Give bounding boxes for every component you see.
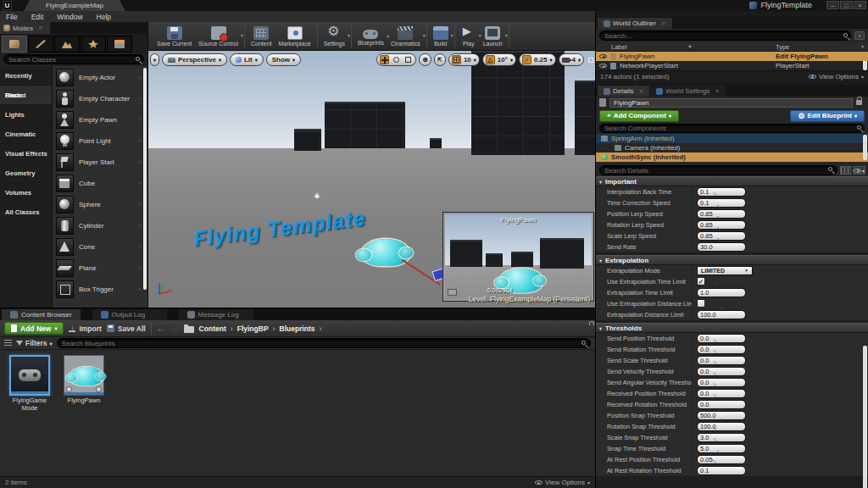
component-camera-inherited[interactable]: Camera (Inherited) (596, 143, 868, 152)
section-header-extrapolation[interactable]: ▾Extrapolation (596, 255, 868, 265)
scale-snap-control[interactable]: ∕ 0.25▾ (519, 53, 556, 66)
preview-minimize-button[interactable] (448, 289, 457, 296)
outliner-search-input[interactable] (599, 30, 851, 41)
actor-name-field[interactable]: FlyingPawn (609, 98, 853, 108)
search-assets-input[interactable] (57, 338, 591, 348)
import-button[interactable]: ↓ Import (69, 324, 101, 333)
grid-snap-icon[interactable] (452, 55, 461, 64)
rotate-tool-icon[interactable] (392, 55, 401, 64)
move-tool-icon[interactable] (380, 55, 389, 64)
mode-tab-place[interactable] (2, 36, 27, 53)
dropdown-caret-icon[interactable]: ▾ (451, 32, 453, 38)
component-springarm-inherited[interactable]: SpringArm (Inherited) (596, 134, 868, 143)
section-header-important[interactable]: ▾Important (596, 176, 868, 186)
perspective-button[interactable]: Perspective▾ (162, 53, 227, 66)
extrapolation-distance-limit-value[interactable]: 100.0↔ (697, 310, 746, 319)
search-classes-input[interactable] (3, 54, 144, 64)
mode-tab-paint[interactable] (28, 36, 53, 53)
category-all-classes[interactable]: All Classes (0, 202, 52, 222)
viewport[interactable]: + Flying Template FlyingPawn 0.0 (148, 51, 595, 308)
camera-speed-control[interactable]: 4▾ (559, 53, 584, 66)
filters-button[interactable]: Filters▾ (16, 339, 53, 347)
add-component-button[interactable]: +Add Component▾ (599, 110, 679, 122)
breadcrumb-content[interactable]: Content (199, 324, 226, 333)
send-rate-value[interactable]: 30.0↔ (697, 242, 746, 252)
use-extrapolation-distance-limit-checkbox[interactable] (697, 299, 705, 308)
outliner-row-flyingpawn[interactable]: FlyingPawnEdit FlyingPawn (596, 52, 868, 61)
place-item-empty-character[interactable]: Empty Character◦ (53, 88, 147, 109)
toolbar-save-current-button[interactable]: Save Current (153, 25, 195, 47)
angle-snap-control[interactable]: △ 10°▾ (482, 53, 516, 66)
place-item-sphere[interactable]: Sphere◦ (53, 194, 147, 215)
scale-snap-icon[interactable]: ∕ (522, 55, 531, 64)
close-icon[interactable]: ✕ (38, 25, 43, 31)
toolbar-build-button[interactable]: ▾Build (430, 25, 452, 47)
scrollbar[interactable] (863, 135, 867, 160)
close-icon[interactable]: ✕ (661, 20, 666, 27)
asset-flyinggame-mode[interactable]: FlyingGame Mode (7, 355, 53, 412)
menu-edit[interactable]: Edit (31, 13, 44, 21)
toolbar-marketplace-button[interactable]: Marketplace (275, 25, 314, 47)
viewport-options-button[interactable]: ▾ (150, 53, 159, 66)
place-item-player-start[interactable]: Player Start◦ (53, 152, 147, 173)
mode-tab-geometry[interactable] (107, 36, 132, 53)
column-settings-icon[interactable] (840, 166, 851, 175)
tab-details[interactable]: Details✕ (598, 86, 649, 97)
at-rest-rotation-threshold-value[interactable]: 0.1↔ (697, 466, 746, 475)
toolbar-blueprints-button[interactable]: ▾Blueprints (354, 26, 387, 46)
tab-content-browser[interactable]: Content Browser (2, 309, 81, 320)
search-components-input[interactable] (599, 124, 865, 133)
eye-icon[interactable] (599, 64, 607, 68)
asset-flyingpawn[interactable]: FlyingPawn (61, 355, 107, 405)
edit-blueprint-button[interactable]: ⚙ Edit Blueprint▾ (790, 110, 865, 122)
menu-file[interactable]: File (6, 13, 18, 21)
place-item-plane[interactable]: Plane◦ (53, 258, 147, 279)
category-basic[interactable]: Basic (0, 86, 52, 105)
surface-snap-button[interactable]: ⇱ (434, 53, 446, 66)
category-cinematic[interactable]: Cinematic (0, 125, 52, 144)
back-button[interactable]: ← (157, 324, 165, 333)
close-button[interactable]: × (854, 1, 866, 9)
forward-button[interactable]: → (170, 324, 179, 333)
menu-help[interactable]: Help (97, 13, 111, 21)
place-item-cylinder[interactable]: Cylinder◦ (53, 215, 147, 236)
breadcrumb-blueprints[interactable]: Blueprints (280, 324, 315, 333)
place-item-point-light[interactable]: Point Light◦ (53, 130, 147, 152)
place-item-box-trigger[interactable]: Box Trigger◦ (53, 279, 147, 300)
category-volumes[interactable]: Volumes (0, 183, 52, 202)
toolbar-play-button[interactable]: ▾Play (458, 25, 480, 47)
type-filter-icon[interactable]: ▾ (861, 43, 864, 49)
extrapolation-time-limit-value[interactable]: 1.0↔ (697, 288, 746, 297)
place-item-empty-pawn[interactable]: Empty Pawn◦ (53, 109, 147, 130)
column-type[interactable]: Type (776, 43, 789, 51)
column-label[interactable]: Label (611, 43, 626, 51)
use-extrapolation-time-limit-checkbox[interactable]: ✓ (697, 277, 705, 286)
world-local-toggle[interactable]: ⊕ (419, 53, 431, 66)
lit-button[interactable]: Lit▾ (230, 53, 264, 66)
toolbar-launch-button[interactable]: ▾Launch (480, 25, 506, 47)
mode-tab-foliage[interactable] (81, 36, 106, 53)
category-geometry[interactable]: Geometry (0, 164, 52, 183)
eye-icon[interactable] (599, 54, 607, 58)
dropdown-caret-icon[interactable]: ▾ (505, 32, 508, 38)
place-item-cube[interactable]: Cube◦ (53, 173, 147, 194)
tab-world-settings[interactable]: World Settings✕ (650, 86, 726, 97)
breadcrumb-flyingbp[interactable]: FlyingBP (237, 324, 269, 333)
outliner-filter-button[interactable]: + (854, 31, 865, 40)
view-mode-icon[interactable] (4, 340, 12, 347)
dropdown-caret-icon[interactable]: ▾ (348, 32, 350, 38)
category-visual-effects[interactable]: Visual Effects (0, 144, 52, 164)
toolbar-source-control-button[interactable]: ▾Source Control (195, 25, 242, 47)
scale-tool-icon[interactable] (403, 55, 413, 64)
level-tab[interactable]: FlyingExampleMap (24, 0, 125, 11)
toolbar-content-button[interactable]: Content (248, 25, 275, 47)
minimize-button[interactable]: – (826, 1, 839, 9)
tab-output-log[interactable]: Output Log (92, 309, 167, 320)
toolbar-settings-button[interactable]: ▾Settings (320, 25, 348, 47)
place-item-cone[interactable]: Cone◦ (53, 236, 147, 258)
close-icon[interactable]: ✕ (638, 88, 643, 95)
maximize-viewport-button[interactable] (588, 58, 593, 63)
category-lights[interactable]: Lights (0, 105, 52, 125)
restore-button[interactable]: □ (840, 1, 853, 9)
search-details-input[interactable] (599, 165, 837, 175)
